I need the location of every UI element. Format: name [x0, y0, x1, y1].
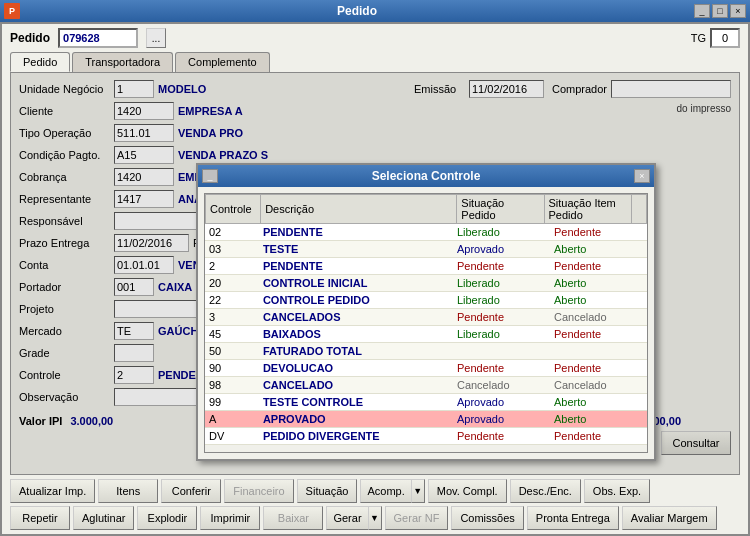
row-controle: DV — [205, 428, 259, 445]
pedido-input[interactable] — [58, 28, 138, 48]
form-area: Emissão Comprador do impresso Unidade Ne… — [10, 72, 740, 475]
table-row[interactable]: AAPROVADOAprovadoAberto — [205, 411, 647, 428]
table-row[interactable]: 20CONTROLE INICIALLiberadoAberto — [205, 275, 647, 292]
row-sit-pedido: Pendente — [453, 309, 550, 326]
button-row-1: Atualizar Imp. Itens Conferir Financeiro… — [10, 479, 740, 503]
row-descricao: PENDENTE — [259, 258, 453, 275]
minimize-button[interactable]: _ — [694, 4, 710, 18]
window-controls[interactable]: _ □ × — [694, 4, 746, 18]
row-sit-item: Pendente — [550, 428, 647, 445]
row-descricao: CONTROLE INICIAL — [259, 275, 453, 292]
gerar-nf-button[interactable]: Gerar NF — [385, 506, 449, 530]
title-bar: P Pedido _ □ × — [0, 0, 750, 22]
explodir-button[interactable]: Explodir — [137, 506, 197, 530]
row-sit-item: Aberto — [550, 241, 647, 258]
situacao-button[interactable]: Situação — [297, 479, 358, 503]
row-sit-item: Cancelado — [550, 377, 647, 394]
row-descricao: TESTE — [259, 241, 453, 258]
row-sit-pedido: Pendente — [453, 428, 550, 445]
baixar-button[interactable]: Baixar — [263, 506, 323, 530]
row-controle: 3 — [205, 309, 259, 326]
modal-table-body[interactable]: 02PENDENTELiberadoPendente03TESTEAprovad… — [205, 224, 647, 453]
row-descricao: PEDIDO DIVERGENTE — [259, 428, 453, 445]
modal-controls[interactable]: _ — [202, 169, 218, 183]
row-sit-pedido: Cancelado — [453, 377, 550, 394]
table-row[interactable]: 98CANCELADOCanceladoCancelado — [205, 377, 647, 394]
table-row[interactable]: 2PENDENTEPendentePendente — [205, 258, 647, 275]
tab-transportadora[interactable]: Transportadora — [72, 52, 173, 72]
row-descricao: DEVOLUCAO — [259, 360, 453, 377]
table-row[interactable]: 3CANCELADOSPendenteCancelado — [205, 309, 647, 326]
modal-close-button[interactable]: × — [634, 169, 650, 183]
table-row[interactable]: 50FATURADO TOTAL — [205, 343, 647, 360]
repetir-button[interactable]: Repetir — [10, 506, 70, 530]
row-sit-item — [550, 343, 647, 360]
row-descricao: CANCELADOS — [259, 309, 453, 326]
imprimir-button[interactable]: Imprimir — [200, 506, 260, 530]
row-sit-pedido: Liberado — [453, 326, 550, 343]
row-controle: 03 — [205, 241, 259, 258]
table-row[interactable]: 45BAIXADOSLiberadoPendente — [205, 326, 647, 343]
table-row[interactable]: 03TESTEAprovadoAberto — [205, 241, 647, 258]
row-sit-pedido — [453, 343, 550, 360]
tab-complemento[interactable]: Complemento — [175, 52, 269, 72]
row-sit-item: Aberto — [550, 394, 647, 411]
row-sit-pedido: Aprovado — [453, 394, 550, 411]
mov-compl-button[interactable]: Mov. Compl. — [428, 479, 507, 503]
gerar-split-button[interactable]: Gerar ▼ — [326, 506, 381, 530]
row-controle: 02 — [205, 224, 259, 241]
modal-table-header: Controle Descrição Situação Pedido Situa… — [205, 194, 647, 224]
col-header-controle: Controle — [206, 195, 261, 224]
row-controle: 20 — [205, 275, 259, 292]
row-sit-item: Aberto — [550, 292, 647, 309]
col-header-sit-pedido: Situação Pedido — [457, 195, 544, 224]
row-controle: 98 — [205, 377, 259, 394]
row-sit-item: Pendente — [550, 224, 647, 241]
row-sit-item: Pendente — [550, 258, 647, 275]
modal-minimize-button[interactable]: _ — [202, 169, 218, 183]
close-button[interactable]: × — [730, 4, 746, 18]
comissoes-button[interactable]: Comissões — [451, 506, 523, 530]
row-controle: A — [205, 411, 259, 428]
row-descricao: TESTE CONTROLE — [259, 394, 453, 411]
pronta-entrega-button[interactable]: Pronta Entrega — [527, 506, 619, 530]
table-row[interactable]: 22CONTROLE PEDIDOLiberadoAberto — [205, 292, 647, 309]
maximize-button[interactable]: □ — [712, 4, 728, 18]
window-title: Pedido — [20, 4, 694, 18]
modal-title-bar: _ Seleciona Controle × — [198, 165, 654, 187]
pedido-lookup-button[interactable]: ... — [146, 28, 166, 48]
row-sit-pedido: Aprovado — [453, 411, 550, 428]
row-controle: 90 — [205, 360, 259, 377]
acomp-split-button[interactable]: Acomp. ▼ — [360, 479, 424, 503]
avaliar-margem-button[interactable]: Avaliar Margem — [622, 506, 717, 530]
tg-input[interactable] — [710, 28, 740, 48]
table-row[interactable]: 99TESTE CONTROLEAprovadoAberto — [205, 394, 647, 411]
gerar-arrow-button[interactable]: ▼ — [368, 506, 382, 530]
row-sit-item: Pendente — [550, 326, 647, 343]
tab-bar: Pedido Transportadora Complemento — [2, 52, 748, 72]
table-row[interactable]: DVPEDIDO DIVERGENTEPendentePendente — [205, 428, 647, 445]
desc-enc-button[interactable]: Desc./Enc. — [510, 479, 581, 503]
tab-pedido[interactable]: Pedido — [10, 52, 70, 72]
row-sit-pedido: Pendente — [453, 258, 550, 275]
table-row[interactable]: 02PENDENTELiberadoPendente — [205, 224, 647, 241]
conferir-button[interactable]: Conferir — [161, 479, 221, 503]
atualizar-imp-button[interactable]: Atualizar Imp. — [10, 479, 95, 503]
acomp-arrow-button[interactable]: ▼ — [411, 479, 425, 503]
row-descricao: CONTROLE PEDIDO — [259, 292, 453, 309]
modal-close-controls[interactable]: × — [634, 169, 650, 183]
acomp-main-button[interactable]: Acomp. — [360, 479, 410, 503]
gerar-main-button[interactable]: Gerar — [326, 506, 367, 530]
itens-button[interactable]: Itens — [98, 479, 158, 503]
aglutinar-button[interactable]: Aglutinar — [73, 506, 134, 530]
obs-exp-button[interactable]: Obs. Exp. — [584, 479, 650, 503]
row-controle: 99 — [205, 394, 259, 411]
modal-title: Seleciona Controle — [218, 169, 634, 183]
financeiro-button[interactable]: Financeiro — [224, 479, 293, 503]
table-row[interactable]: 90DEVOLUCAOPendentePendente — [205, 360, 647, 377]
row-sit-pedido: Aprovado — [453, 241, 550, 258]
row-descricao: PENDENTE — [259, 224, 453, 241]
top-bar: Pedido ... TG — [2, 24, 748, 52]
row-sit-pedido: Liberado — [453, 275, 550, 292]
row-controle: 45 — [205, 326, 259, 343]
